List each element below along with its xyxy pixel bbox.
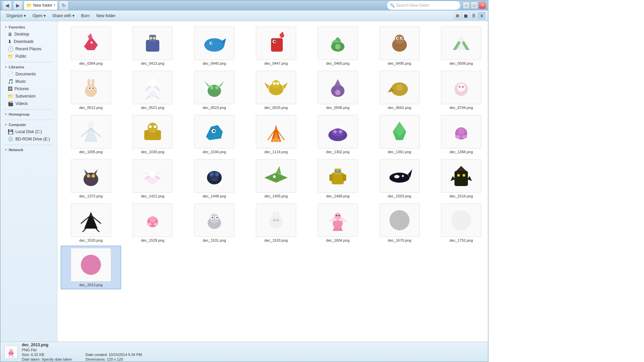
- svg-point-45: [148, 123, 158, 133]
- file-item[interactable]: dec_1752.png: [431, 201, 488, 244]
- sidebar-item-recent[interactable]: 🕐 Recent Places: [2, 45, 56, 53]
- file-item[interactable]: dec_0460.png: [308, 24, 368, 67]
- status-dimensions: Dimensions: 120 x 120: [86, 357, 142, 361]
- file-item[interactable]: dec_1516.png: [431, 157, 488, 200]
- file-thumbnail: [318, 159, 358, 193]
- view-extra-large[interactable]: ⊞: [454, 12, 461, 19]
- file-item[interactable]: dec_1030.png: [122, 113, 183, 156]
- svg-rect-1: [146, 40, 159, 52]
- sidebar-item-videos[interactable]: 🎬 Videos: [2, 100, 56, 107]
- file-item[interactable]: dec_1005.png: [61, 113, 121, 156]
- file-name: dec_1604.png: [326, 238, 350, 242]
- view-details[interactable]: ≡: [478, 12, 485, 19]
- file-name: dec_0512.png: [79, 106, 103, 110]
- homegroup-header[interactable]: Homegroup: [2, 111, 56, 118]
- file-thumbnail: [379, 115, 420, 148]
- view-large[interactable]: ▦: [462, 12, 469, 19]
- file-item[interactable]: dec_0523.png: [184, 69, 245, 112]
- file-item[interactable]: dec_1302.png: [308, 113, 368, 156]
- svg-point-60: [87, 174, 90, 178]
- file-item[interactable]: dec_1368.png: [431, 113, 488, 156]
- file-item[interactable]: dec_0512.png: [61, 69, 121, 112]
- file-item[interactable]: dec_1421.png: [122, 157, 183, 200]
- svg-point-75: [389, 173, 410, 183]
- svg-rect-8: [271, 38, 283, 52]
- file-item[interactable]: dec_1448.png: [184, 157, 245, 200]
- file-name: dec_1448.png: [203, 194, 226, 198]
- file-item[interactable]: dec_1503.png: [369, 157, 430, 200]
- file-item[interactable]: dec_0744.png: [431, 69, 488, 112]
- menu-organize[interactable]: Organize ▾: [3, 12, 29, 19]
- favorites-header[interactable]: Favorites: [2, 24, 56, 31]
- svg-point-42: [462, 86, 464, 88]
- file-thumbnail: [194, 115, 234, 148]
- sidebar-item-public[interactable]: 📁 Public: [2, 53, 56, 60]
- svg-point-89: [212, 217, 213, 218]
- file-item[interactable]: dec_1372.png: [61, 157, 121, 200]
- forward-button[interactable]: ▶: [13, 1, 22, 10]
- sidebar-item-downloads[interactable]: ⬇ Downloads: [2, 38, 56, 45]
- maximize-button[interactable]: □: [471, 2, 478, 9]
- file-item[interactable]: dec_1520.png: [61, 201, 121, 244]
- file-item[interactable]: dec_0662.png: [369, 69, 430, 112]
- file-name: dec_0447.png: [264, 61, 288, 65]
- svg-point-14: [395, 35, 404, 44]
- file-name: dec_1503.png: [388, 194, 411, 198]
- sidebar-label-desktop: Desktop: [14, 32, 29, 37]
- sidebar-item-desktop[interactable]: 🖥 Desktop: [2, 31, 56, 38]
- file-item[interactable]: dec_0364.png: [61, 24, 121, 67]
- file-item[interactable]: dec_1531.png: [184, 201, 245, 244]
- sidebar-label-recent: Recent Places: [15, 47, 41, 51]
- svg-point-29: [210, 85, 214, 89]
- network-header[interactable]: Network: [2, 146, 56, 153]
- file-thumbnail: [379, 159, 420, 193]
- sidebar-label-public: Public: [15, 54, 26, 59]
- file-item[interactable]: dec_0525.png: [246, 69, 306, 112]
- file-item[interactable]: dec_0413.png: [122, 24, 183, 67]
- file-item[interactable]: dec_2013.png: [61, 246, 121, 289]
- svg-rect-92: [273, 212, 276, 219]
- menu-open[interactable]: Open ▾: [29, 12, 49, 19]
- recent-icon: 🕐: [8, 46, 13, 52]
- menu-new-folder[interactable]: New folder: [93, 12, 119, 19]
- file-item[interactable]: dec_1533.png: [246, 201, 306, 244]
- file-item[interactable]: dec_0596.png: [308, 69, 368, 112]
- menu-share[interactable]: Share with ▾: [49, 12, 78, 19]
- file-item[interactable]: dec_1604.png: [308, 201, 368, 244]
- file-item[interactable]: dec_1455.png: [246, 157, 306, 200]
- sidebar-item-local-disk[interactable]: 💾 Local Disk (C:): [2, 128, 56, 135]
- svg-point-41: [459, 86, 461, 88]
- svg-rect-74: [343, 174, 346, 181]
- search-box[interactable]: 🔍 Search New folder: [387, 1, 461, 10]
- libraries-header[interactable]: Libraries: [2, 64, 56, 70]
- computer-header[interactable]: Computer: [2, 121, 56, 128]
- refresh-button[interactable]: ↻: [59, 1, 68, 10]
- file-thumbnail: [71, 248, 111, 282]
- menu-burn[interactable]: Burn: [78, 12, 93, 19]
- file-item[interactable]: dec_0521.png: [122, 69, 183, 112]
- file-item[interactable]: dec_1114.png: [246, 113, 306, 156]
- address-bar[interactable]: 📁 New folder ▾: [24, 1, 58, 10]
- status-dimensions-value: 120 x 120: [107, 357, 123, 361]
- sidebar-item-pictures[interactable]: 🖼 Pictures: [2, 85, 56, 93]
- file-item[interactable]: dec_0447.png: [246, 24, 306, 67]
- minimize-button[interactable]: ─: [463, 2, 470, 9]
- homegroup-section: Homegroup: [2, 111, 56, 118]
- close-button[interactable]: ✕: [479, 2, 486, 9]
- view-list[interactable]: ☰: [470, 12, 477, 19]
- file-item[interactable]: dec_1670.png: [369, 201, 430, 244]
- sidebar-item-music[interactable]: 🎵 Music: [2, 78, 56, 85]
- file-item[interactable]: dec_1529.png: [122, 201, 183, 244]
- back-button[interactable]: ◀: [2, 1, 12, 10]
- sidebar-item-bd-rom[interactable]: 💿 BD-ROM Drive (E:): [2, 135, 56, 143]
- file-item[interactable]: dec_1468.png: [308, 157, 368, 200]
- file-item[interactable]: dec_1034.png: [184, 113, 245, 156]
- file-item[interactable]: dec_0508.png: [431, 24, 488, 67]
- documents-icon: 📄: [8, 71, 13, 77]
- file-thumbnail: [318, 115, 358, 148]
- file-item[interactable]: dec_1361.png: [369, 113, 430, 156]
- file-item[interactable]: dec_0440.png: [184, 24, 245, 67]
- sidebar-item-documents[interactable]: 📄 Documents: [2, 70, 56, 78]
- file-item[interactable]: dec_0495.png: [369, 24, 430, 67]
- sidebar-item-subversion[interactable]: 📁 Subversion: [2, 93, 56, 100]
